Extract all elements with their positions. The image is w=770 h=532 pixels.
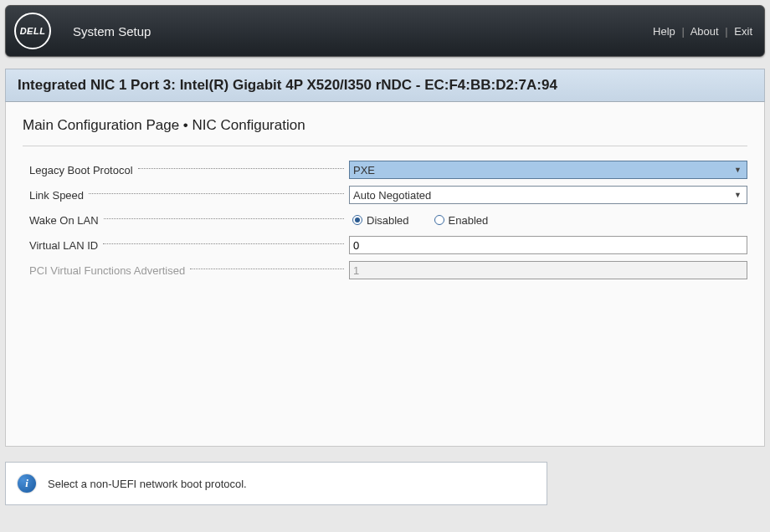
header-links: Help | About | Exit — [653, 25, 752, 38]
wake-on-lan-enabled-label: Enabled — [449, 214, 489, 227]
link-speed-value: Auto Negotiated — [353, 189, 431, 202]
dell-logo-text: DELL — [20, 26, 46, 36]
label-legacy-boot-protocol: Legacy Boot Protocol — [29, 164, 133, 176]
row-virtual-lan-id: Virtual LAN ID — [23, 233, 747, 257]
row-wake-on-lan: Wake On LAN Disabled Enabled — [23, 208, 747, 232]
link-divider: | — [725, 25, 727, 38]
dell-logo: DELL — [14, 13, 51, 49]
dotted-leader — [190, 269, 344, 269]
breadcrumb: Main Configuration Page • NIC Configurat… — [23, 117, 747, 134]
radio-icon — [434, 215, 444, 225]
dotted-leader — [138, 168, 344, 169]
about-link[interactable]: About — [690, 25, 719, 38]
label-pci-vf-advertised: PCI Virtual Functions Advertised — [29, 264, 185, 277]
wake-on-lan-radio-group: Disabled Enabled — [349, 214, 488, 227]
exit-link[interactable]: Exit — [734, 25, 752, 38]
label-virtual-lan-id: Virtual LAN ID — [29, 239, 98, 252]
header-title: System Setup — [73, 24, 653, 38]
row-link-speed: Link Speed Auto Negotiated ▼ — [23, 183, 747, 207]
link-divider: | — [681, 25, 684, 38]
wake-on-lan-enabled-option[interactable]: Enabled — [434, 214, 489, 227]
divider — [23, 146, 747, 146]
row-legacy-boot-protocol: Legacy Boot Protocol PXE ▼ — [23, 158, 747, 182]
info-bar: i Select a non-UEFI network boot protoco… — [5, 462, 547, 505]
info-icon: i — [18, 474, 36, 493]
info-text: Select a non-UEFI network boot protocol. — [48, 478, 247, 490]
chevron-down-icon: ▼ — [732, 166, 743, 174]
dotted-leader — [89, 193, 344, 194]
dotted-leader — [104, 218, 344, 219]
content-panel: Main Configuration Page • NIC Configurat… — [5, 102, 765, 447]
chevron-down-icon: ▼ — [732, 191, 743, 199]
header-bar: DELL System Setup Help | About | Exit — [5, 5, 765, 57]
help-link[interactable]: Help — [653, 25, 675, 38]
pci-vf-advertised-input — [349, 261, 747, 279]
label-wake-on-lan: Wake On LAN — [29, 214, 99, 227]
radio-icon — [352, 215, 362, 225]
row-pci-vf-advertised: PCI Virtual Functions Advertised — [23, 258, 747, 282]
legacy-boot-protocol-value: PXE — [353, 164, 375, 176]
label-link-speed: Link Speed — [29, 189, 84, 202]
legacy-boot-protocol-select[interactable]: PXE ▼ — [349, 161, 747, 179]
dotted-leader — [103, 243, 344, 244]
virtual-lan-id-input[interactable] — [349, 236, 747, 254]
wake-on-lan-disabled-option[interactable]: Disabled — [352, 214, 409, 227]
wake-on-lan-disabled-label: Disabled — [367, 214, 409, 227]
link-speed-select[interactable]: Auto Negotiated ▼ — [349, 186, 747, 204]
page-title: Integrated NIC 1 Port 3: Intel(R) Gigabi… — [5, 69, 765, 102]
